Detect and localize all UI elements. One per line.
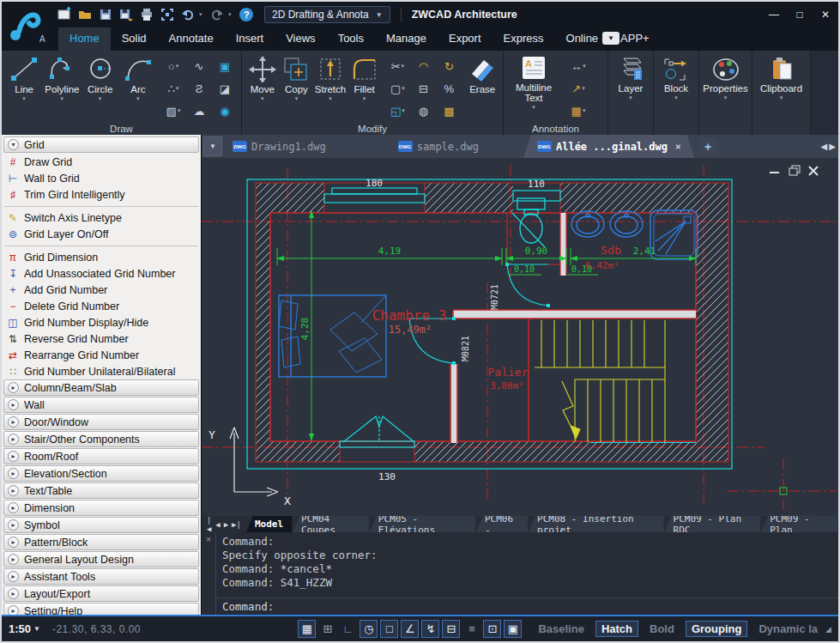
- bold-toggle[interactable]: Bold: [644, 621, 680, 637]
- tab-list-dropdown-icon[interactable]: ▼: [203, 136, 222, 156]
- doc-tab-sample[interactable]: DWG sample.dwg: [390, 135, 487, 158]
- doc-tab-allee[interactable]: DWG Allée ...ginal.dwg ✕: [523, 135, 695, 158]
- sidebar-item-grid-layer-on-off[interactable]: ⊚ Grid Layer On/Off: [2, 226, 201, 242]
- workspace-selector[interactable]: 2D Drafting & Annota ▼: [264, 6, 390, 23]
- sidebar-section-door-window[interactable]: ▸ Door/Window: [3, 414, 199, 430]
- layout-tab-model[interactable]: Model: [246, 516, 292, 532]
- leader-icon[interactable]: ↗▾: [564, 77, 593, 100]
- layout-tab-pcm09-plan[interactable]: PCM09 - Plan: [761, 516, 837, 532]
- help-icon[interactable]: ?: [237, 6, 256, 23]
- save-icon[interactable]: [96, 6, 115, 23]
- close-icon[interactable]: [809, 167, 818, 175]
- sidebar-item-grid-number-unilateral-bilateral[interactable]: ∷ Grid Number Unilateral/Bilateral: [2, 363, 201, 379]
- layout-tab-pcm05[interactable]: PCM05 - Elévations: [370, 516, 475, 532]
- dynamic-layer-toggle[interactable]: Dynamic la: [752, 621, 824, 637]
- sidebar-section-pattern-block[interactable]: ▸ Pattern/Block: [3, 534, 199, 550]
- layout-nav-icon[interactable]: ▶: [224, 520, 228, 529]
- sidebar-section-setting-help[interactable]: ▸ Setting/Help: [3, 603, 199, 615]
- tab-export[interactable]: Export: [438, 27, 493, 51]
- layout-tab-pcm08[interactable]: PCM08 - Insertion projet: [529, 516, 664, 532]
- revision-cloud-icon[interactable]: ☁: [186, 100, 212, 122]
- copy-button[interactable]: Copy▾: [280, 53, 314, 102]
- app-plus-dropdown-icon[interactable]: ▼: [602, 32, 619, 45]
- properties-button[interactable]: Properties▾: [704, 54, 748, 101]
- annotation-toggle[interactable]: ⊡: [483, 620, 501, 638]
- lineweight-toggle[interactable]: ≡: [462, 620, 480, 638]
- redo-dropdown-icon[interactable]: ▾: [228, 11, 235, 18]
- rectangle-icon[interactable]: ▣: [212, 55, 238, 77]
- snap-toggle[interactable]: ▦: [298, 620, 316, 638]
- new-tab-button[interactable]: +: [700, 138, 716, 155]
- tab-tools[interactable]: Tools: [327, 27, 375, 51]
- circle-button[interactable]: Circle▾: [82, 53, 119, 102]
- donut-icon[interactable]: ◉: [212, 100, 238, 122]
- stretch-button[interactable]: Stretch▾: [313, 53, 347, 102]
- dynamic-input-toggle[interactable]: ↯: [421, 620, 439, 638]
- ellipse-icon[interactable]: ○▾: [160, 55, 186, 77]
- clipboard-button[interactable]: Clipboard▾: [759, 54, 804, 101]
- open-icon[interactable]: [76, 6, 94, 23]
- command-input[interactable]: Command:: [216, 598, 838, 615]
- layout-tab-pcm06[interactable]: PCM06 -: [476, 516, 528, 532]
- statusbar-menu-icon[interactable]: ◢: [825, 625, 831, 634]
- sidebar-item-switch-axis-linetype[interactable]: ✎ Switch Axis Linetype: [2, 209, 201, 226]
- tab-express[interactable]: Express: [493, 27, 555, 51]
- quick-properties-toggle[interactable]: ⊟: [442, 620, 460, 638]
- blend-icon[interactable]: ◍: [410, 100, 436, 122]
- move-button[interactable]: Move▾: [245, 53, 280, 102]
- sidebar-item-reverse-grid-number[interactable]: ⇅ Reverse Grid Number: [2, 331, 201, 347]
- sidebar-section-room-roof[interactable]: ▸ Room/Roof: [3, 448, 199, 464]
- sidebar-section-grid[interactable]: ▾ Grid: [3, 136, 199, 153]
- minimize-icon[interactable]: —: [761, 4, 787, 25]
- trim-icon[interactable]: ✂▾: [384, 55, 410, 77]
- arc-button[interactable]: Arc▾: [119, 53, 157, 102]
- linear-dimension-icon[interactable]: ↔▾: [564, 55, 593, 77]
- scroll-right-icon[interactable]: ▶: [829, 142, 836, 151]
- sidebar-section-layout-export[interactable]: ▸ Layout/Export: [3, 585, 199, 602]
- save-as-icon[interactable]: [117, 6, 136, 23]
- sidebar-item-add-unassociated-grid-number[interactable]: ↧ Add Unassociated Grid Number: [2, 265, 201, 282]
- scale-selector[interactable]: 1:50 ▼: [9, 622, 40, 635]
- plot-preview-icon[interactable]: [158, 6, 177, 23]
- region-icon[interactable]: ◪: [212, 77, 238, 100]
- sidebar-section-dimension[interactable]: ▸ Dimension: [3, 500, 199, 516]
- drawing-viewport[interactable]: 180 110 4,19 0,90 2,41 0,10 0,10 4,28 13…: [202, 158, 838, 516]
- maximize-icon[interactable]: □: [787, 4, 813, 25]
- edit-hatch-icon[interactable]: ▩: [436, 100, 462, 122]
- print-icon[interactable]: [137, 6, 156, 23]
- sidebar-item-grid-number-display-hide[interactable]: ◫ Grid Number Display/Hide: [2, 314, 201, 331]
- polar-toggle[interactable]: ◷: [360, 620, 378, 638]
- sidebar-section-column-beam-slab[interactable]: ▸ Column/Beam/Slab: [3, 379, 199, 396]
- sidebar-item[interactable]: [4, 242, 198, 246]
- restore-icon[interactable]: [789, 166, 800, 175]
- join-icon[interactable]: ◠: [410, 55, 436, 77]
- sidebar-section-text-table[interactable]: ▸ Text/Table: [3, 482, 199, 499]
- new-drawing-icon[interactable]: [55, 6, 74, 23]
- hatch-icon[interactable]: ▨▾: [160, 100, 186, 122]
- grouping-toggle[interactable]: Grouping: [686, 621, 748, 637]
- table-icon[interactable]: ▦▾: [564, 100, 593, 122]
- osnap-toggle[interactable]: □: [380, 620, 398, 638]
- tab-home[interactable]: Home: [58, 27, 111, 51]
- rotate-icon[interactable]: ↻: [436, 55, 462, 77]
- sidebar-item-add-grid-number[interactable]: + Add Grid Number: [2, 282, 201, 298]
- sidebar-section-general-layout-design[interactable]: ▸ General Layout Design: [3, 551, 199, 567]
- layout-tab-pcm09-rdc[interactable]: PCM09 - Plan RDC: [665, 516, 761, 532]
- line-button[interactable]: Line▾: [5, 53, 43, 102]
- multiline-text-button[interactable]: A Multiline Text▾: [507, 53, 560, 111]
- sidebar-item-delete-grid-number[interactable]: − Delete Grid Number: [2, 298, 201, 314]
- select-similar-icon[interactable]: ▢▾: [384, 77, 410, 100]
- fillet-button[interactable]: Fillet▾: [347, 53, 382, 102]
- annotation-autoscale-toggle[interactable]: ▣: [504, 620, 522, 638]
- tab-manage[interactable]: Manage: [375, 27, 438, 51]
- grid-toggle[interactable]: ⊞: [318, 620, 336, 638]
- hatch-toggle[interactable]: Hatch: [595, 621, 638, 637]
- close-tab-icon[interactable]: ✕: [675, 141, 681, 152]
- sidebar-item[interactable]: [4, 203, 198, 207]
- layout-nav-icon[interactable]: ◀: [215, 520, 220, 529]
- doc-tab-drawing1[interactable]: DWG Drawing1.dwg: [224, 135, 335, 158]
- tab-solid[interactable]: Solid: [111, 27, 158, 51]
- tab-annotate[interactable]: Annotate: [158, 27, 225, 51]
- otrack-toggle[interactable]: ∠: [401, 620, 419, 638]
- sidebar-section-elevation-section[interactable]: ▸ Elevation/Section: [3, 465, 199, 482]
